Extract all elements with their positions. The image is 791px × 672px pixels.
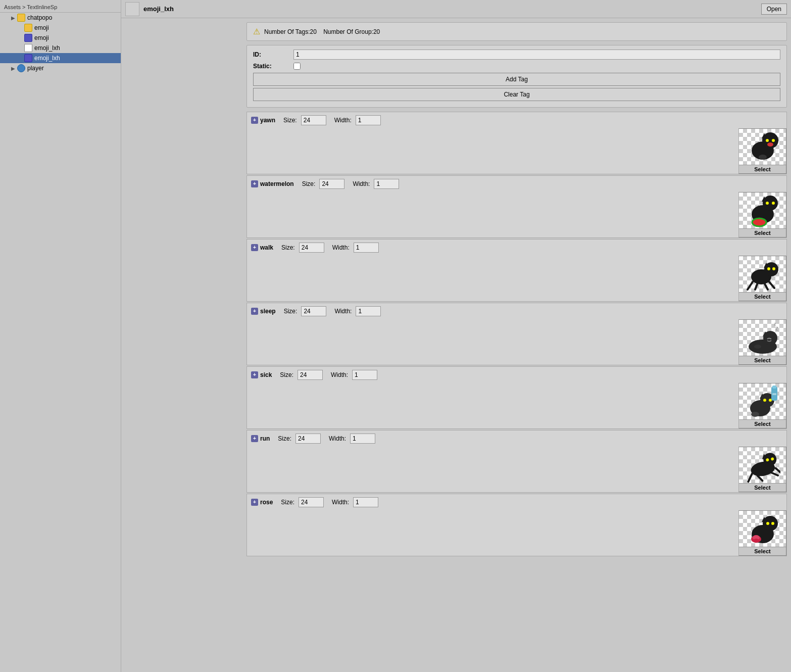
tag-expand-yawn[interactable]: + yawn xyxy=(251,117,275,124)
width-input-watermelon[interactable] xyxy=(374,179,399,189)
tag-content-yawn: Select xyxy=(247,128,786,174)
plus-icon: + xyxy=(251,244,258,251)
tag-content-watermelon: Select xyxy=(247,192,786,237)
tag-select-btn-walk[interactable]: Select xyxy=(738,256,786,301)
sidebar-item-chatpopo[interactable]: ▶ chatpopo xyxy=(0,13,121,23)
select-label-rose: Select xyxy=(739,547,786,555)
width-label-yawn: Width: xyxy=(334,117,352,124)
svg-point-61 xyxy=(753,539,759,543)
sidebar-item-label: emoji_lxh xyxy=(34,55,60,62)
tag-name-yawn: yawn xyxy=(260,117,275,124)
size-input-watermelon[interactable] xyxy=(319,179,344,189)
size-label-rose: Size: xyxy=(281,499,294,506)
arrow-spacer xyxy=(18,56,23,61)
title: emoji_lxh xyxy=(143,5,174,13)
tag-entry-sleep: + sleep Size: Width: z z Select xyxy=(246,303,787,365)
size-label-watermelon: Size: xyxy=(302,180,316,187)
tag-select-btn-run[interactable]: Select xyxy=(738,447,786,492)
svg-point-58 xyxy=(771,522,774,525)
size-input-sleep[interactable] xyxy=(301,306,326,316)
tag-header-watermelon: + watermelon Size: Width: xyxy=(247,176,786,192)
tag-header-run: + run Size: Width: xyxy=(247,430,786,447)
sidebar-item-emoji2[interactable]: emoji xyxy=(0,33,121,43)
sidebar-item-label: emoji_lxh xyxy=(34,44,60,52)
sidebar-item-player[interactable]: ▶ player xyxy=(0,63,121,73)
plus-icon: + xyxy=(251,180,258,187)
tag-expand-sleep[interactable]: + sleep xyxy=(251,308,276,315)
static-label: Static: xyxy=(253,63,293,70)
folder-icon xyxy=(24,24,32,32)
width-label-walk: Width: xyxy=(332,244,350,251)
width-input-run[interactable] xyxy=(350,434,375,444)
tag-name-run: run xyxy=(260,435,270,442)
script-icon xyxy=(24,54,32,62)
select-label-yawn: Select xyxy=(739,165,786,173)
tag-header-rose: + rose Size: Width: xyxy=(247,494,786,510)
svg-line-22 xyxy=(748,282,753,290)
size-input-sick[interactable] xyxy=(298,370,323,380)
select-label-sleep: Select xyxy=(739,356,786,364)
tag-expand-watermelon[interactable]: + watermelon xyxy=(251,180,294,187)
open-button[interactable]: Open xyxy=(761,4,787,15)
svg-line-52 xyxy=(775,467,780,473)
tag-expand-walk[interactable]: + walk xyxy=(251,244,273,251)
id-input[interactable] xyxy=(293,50,780,60)
size-input-run[interactable] xyxy=(295,434,321,444)
preview-img-sleep: z z xyxy=(739,320,786,356)
svg-point-8 xyxy=(759,155,767,160)
tag-expand-run[interactable]: + run xyxy=(251,435,270,442)
svg-point-10 xyxy=(763,196,778,211)
clear-tag-button[interactable]: Clear Tag xyxy=(253,88,780,101)
tag-entry-run: + run Size: Width: xyxy=(246,430,787,493)
size-label-sleep: Size: xyxy=(284,308,298,315)
width-input-walk[interactable] xyxy=(354,243,379,253)
svg-text:z: z xyxy=(774,321,776,326)
sidebar-item-label: player xyxy=(27,65,44,72)
tag-select-btn-yawn[interactable]: Select xyxy=(738,128,786,174)
svg-point-14 xyxy=(772,202,775,205)
tag-name-walk: walk xyxy=(260,244,273,251)
sidebar-item-emoji1[interactable]: emoji xyxy=(0,23,121,33)
tag-name-sleep: sleep xyxy=(260,308,276,315)
select-label-walk: Select xyxy=(739,292,786,301)
size-input-yawn[interactable] xyxy=(301,115,326,125)
width-input-yawn[interactable] xyxy=(356,115,381,125)
sidebar-item-emoji-lxh-parent[interactable]: emoji_lxh xyxy=(0,43,121,53)
svg-line-25 xyxy=(769,282,774,288)
width-input-rose[interactable] xyxy=(353,497,378,507)
tags-count-label: Number Of Tags:20 Number Of Group:20 xyxy=(264,28,380,35)
width-input-sleep[interactable] xyxy=(356,306,381,316)
tag-preview-area-rose xyxy=(247,510,738,556)
tag-select-btn-sick[interactable]: Select xyxy=(738,383,786,428)
plus-icon: + xyxy=(251,117,258,124)
tag-header-yawn: + yawn Size: Width: xyxy=(247,112,786,128)
svg-point-7 xyxy=(767,142,773,147)
script-icon xyxy=(24,34,32,42)
id-label: ID: xyxy=(253,51,293,58)
tag-select-btn-watermelon[interactable]: Select xyxy=(738,192,786,237)
svg-line-24 xyxy=(764,283,768,290)
static-checkbox[interactable] xyxy=(293,63,301,70)
sidebar-item-emoji-lxh[interactable]: emoji_lxh xyxy=(0,53,121,63)
tag-select-btn-sleep[interactable]: z z Select xyxy=(738,319,786,365)
svg-point-37 xyxy=(763,399,766,402)
id-row: ID: xyxy=(253,50,780,60)
arrow-spacer xyxy=(18,25,23,31)
tag-preview-area-sleep xyxy=(247,319,738,365)
width-input-sick[interactable] xyxy=(352,370,377,380)
tag-expand-rose[interactable]: + rose xyxy=(251,499,273,506)
tag-name-rose: rose xyxy=(260,499,273,506)
tag-header-sick: + sick Size: Width: xyxy=(247,367,786,383)
add-tag-button[interactable]: Add Tag xyxy=(253,73,780,86)
size-input-walk[interactable] xyxy=(299,243,324,253)
preview-img-yawn xyxy=(739,129,786,165)
tag-select-btn-rose[interactable]: Select xyxy=(738,510,786,556)
size-label-run: Size: xyxy=(278,435,291,442)
select-label-run: Select xyxy=(739,483,786,492)
tag-expand-sick[interactable]: + sick xyxy=(251,371,272,378)
size-input-rose[interactable] xyxy=(299,497,324,507)
main-content: ⚠ Number Of Tags:20 Number Of Group:20 I… xyxy=(242,18,791,561)
tag-content-run: Select xyxy=(247,447,786,492)
plus-icon: + xyxy=(251,435,258,442)
svg-point-38 xyxy=(769,399,772,402)
